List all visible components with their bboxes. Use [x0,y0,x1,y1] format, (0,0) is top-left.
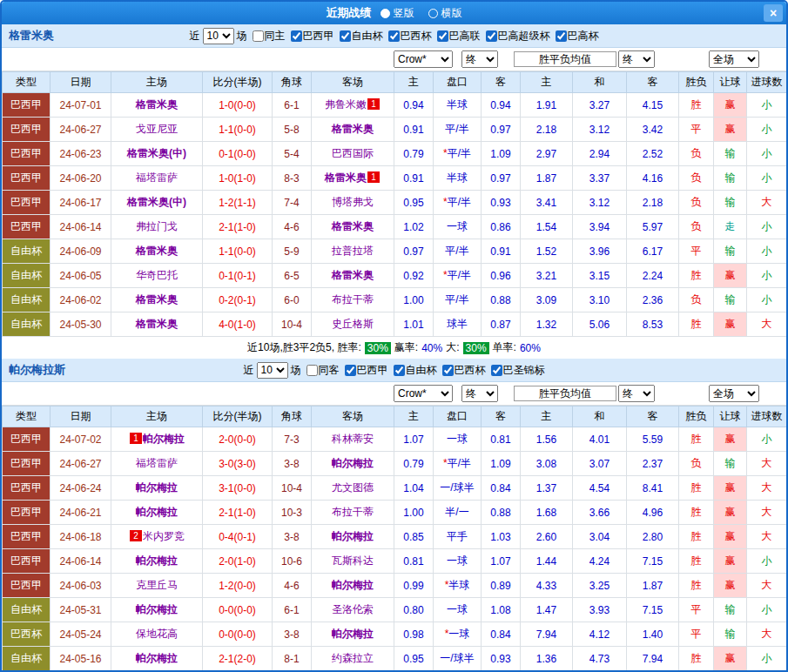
league-filter-checkbox[interactable]: 自由杯 [394,363,437,378]
match-row: 巴西甲24-06-182米内罗竞0-4(0-1)3-8帕尔梅拉0.85平手1.0… [3,525,787,549]
league-filter-checkbox[interactable]: 巴高联 [437,29,481,44]
team-link[interactable]: 弗拉门戈 [136,220,178,232]
checkbox-input[interactable] [306,365,318,376]
team-link[interactable]: 拉普拉塔 [332,245,374,257]
league-filter-checkbox[interactable]: 巴高超级杯 [486,29,550,44]
team-link[interactable]: 保地花高 [136,628,178,640]
checkbox-input[interactable] [253,30,264,42]
column-header: 主 [521,407,573,427]
team-link[interactable]: 格雷米奥 [136,293,178,306]
checkbox-input[interactable] [486,30,497,42]
team-link[interactable]: 克里丘马 [136,579,178,591]
checkbox-input[interactable] [442,365,454,376]
team-link[interactable]: 格雷米奥(中) [127,147,186,159]
league-filter-checkbox[interactable]: 同客 [306,363,340,378]
team-link[interactable]: 帕尔梅拉 [143,433,185,445]
team-link[interactable]: 格雷米奥 [136,245,178,257]
team-link[interactable]: 圣洛伦索 [332,603,374,615]
league-filter-checkbox[interactable]: 巴西甲 [345,363,388,378]
team-link[interactable]: 弗鲁米嫩 [325,98,367,111]
team-link[interactable]: 帕尔梅拉 [136,652,178,664]
result-cell: 负 [679,191,714,215]
team-link[interactable]: 帕尔梅拉 [332,628,374,640]
team-link[interactable]: 格雷米奥 [332,220,374,232]
radio-horizontal[interactable]: 横版 [428,6,462,21]
team-link[interactable]: 帕尔梅拉 [332,579,374,591]
result-cell: 胜 [679,549,714,574]
result-cell: 负 [679,288,714,312]
checkbox-input[interactable] [437,30,448,42]
column-header: 主场 [111,407,203,427]
summary-bar: 近10场,胜3平2负5, 胜率: 30% 赢率: 40% 大: 30% 单率: … [2,337,786,359]
euro-odds-time-select[interactable]: 终 [618,385,655,402]
games-label: 场 [237,29,247,44]
team-link[interactable]: 福塔雷萨 [136,457,178,469]
team-link[interactable]: 尤文图德 [332,481,374,494]
checkbox-input[interactable] [388,30,400,42]
away-team-cell: 布拉干蒂 [312,501,394,525]
team-link[interactable]: 布拉干蒂 [332,506,374,518]
checkbox-label: 巴圣锦标 [503,363,545,378]
away-team-cell: 帕尔梅拉 [312,622,394,647]
team-link[interactable]: 帕尔梅拉 [136,506,178,518]
bookmaker-select[interactable]: Crow* [394,50,453,68]
team-link[interactable]: 约森拉立 [332,652,374,664]
goals-result-cell: 小 [747,239,787,264]
scope-select[interactable]: 全场 [709,50,759,68]
team-link[interactable]: 格雷米奥 [332,123,374,135]
result-cell: 负 [679,142,714,166]
section-team-2: 帕尔梅拉斯 近10场同客巴西甲自由杯巴西杯巴圣锦标 Crow* 终 胜平负均值 … [2,359,786,672]
home-team-cell: 帕尔梅拉 [111,501,203,525]
team-link[interactable]: 福塔雷萨 [136,171,178,184]
team-link[interactable]: 帕尔梅拉 [136,481,178,494]
match-row: 自由杯24-06-05华奇巴托0-1(0-1)6-5格雷米奥0.92*平/半0.… [3,264,787,288]
team-link[interactable]: 布拉干蒂 [332,293,374,306]
recent-results-window: 近期战绩 竖版 横版 × 格雷米奥 近10场同主巴西甲自由杯巴西杯巴高联巴高超级… [0,0,788,672]
team-link[interactable]: 瓦斯科达 [332,554,374,567]
team-link[interactable]: 格雷米奥 [325,171,367,184]
checkbox-input[interactable] [340,30,351,42]
euro-away-odds-cell: 7.15 [627,598,679,622]
team-link[interactable]: 帕尔梅拉 [136,603,178,615]
league-filter-checkbox[interactable]: 巴西杯 [388,29,432,44]
checkbox-input[interactable] [556,30,567,42]
team-link[interactable]: 华奇巴托 [136,269,178,281]
checkbox-input[interactable] [491,365,502,376]
scope-select[interactable]: 全场 [709,385,759,402]
league-filter-checkbox[interactable]: 巴圣锦标 [491,363,545,378]
league-filter-checkbox[interactable]: 自由杯 [340,29,383,44]
team-link[interactable]: 博塔弗戈 [332,196,374,208]
radio-vertical[interactable]: 竖版 [381,6,414,21]
recent-count-select[interactable]: 10 [257,362,288,379]
recent-count-select[interactable]: 10 [203,28,234,44]
team-link[interactable]: 戈亚尼亚 [136,123,178,135]
team-link[interactable]: 帕尔梅拉 [332,530,374,542]
asian-odds-time-select[interactable]: 终 [461,385,498,402]
team-link[interactable]: 帕尔梅拉 [136,554,178,567]
checkbox-input[interactable] [291,30,302,42]
team-link[interactable]: 科林蒂安 [332,433,374,445]
euro-odds-time-select[interactable]: 终 [618,50,655,68]
euro-home-odds-cell: 3.41 [521,191,573,215]
team-link[interactable]: 格雷米奥 [332,269,374,281]
asian-odds-time-select[interactable]: 终 [461,50,498,68]
close-button[interactable]: × [764,4,783,22]
team-link[interactable]: 史丘格斯 [332,318,374,330]
league-filter-checkbox[interactable]: 巴西甲 [291,29,334,44]
league-filter-checkbox[interactable]: 巴高杯 [556,29,599,44]
asian-home-odds-cell: 0.79 [394,142,434,166]
league-filter-checkbox[interactable]: 巴西杯 [442,363,486,378]
team-link[interactable]: 帕尔梅拉 [332,457,374,469]
team-link[interactable]: 格雷米奥 [136,98,178,111]
bookmaker-select[interactable]: Crow* [394,385,453,402]
corner-cell: 10-4 [273,476,312,501]
checkbox-input[interactable] [394,365,405,376]
checkbox-input[interactable] [345,365,356,376]
league-type-cell: 巴西甲 [3,427,51,452]
team-link[interactable]: 格雷米奥 [136,318,178,330]
team-link[interactable]: 巴西国际 [332,147,374,159]
team-link[interactable]: 格雷米奥(中) [127,196,186,208]
team-link[interactable]: 米内罗竞 [143,530,185,542]
euro-away-odds-cell: 5.59 [627,427,679,452]
league-filter-checkbox[interactable]: 同主 [253,29,286,44]
